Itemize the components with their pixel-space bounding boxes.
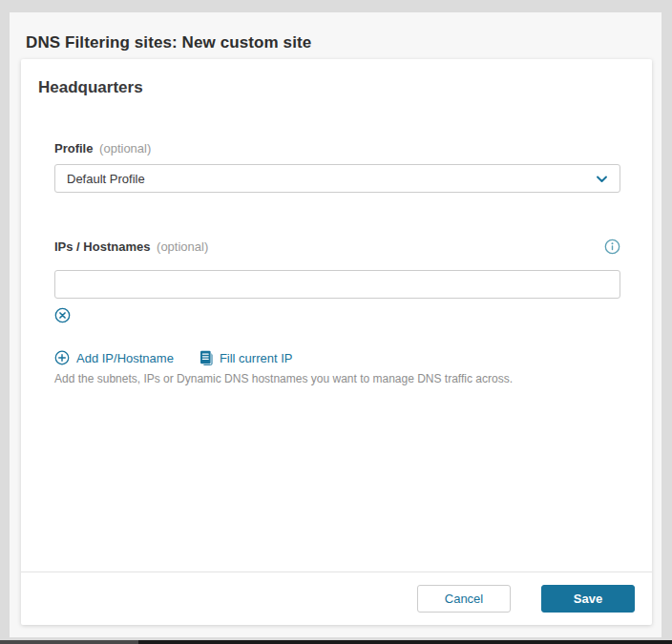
ips-actions-row: Add IP/Hostname Fill current IP (54, 350, 620, 365)
site-name-heading: Headquarters (38, 78, 652, 97)
form-footer: Cancel Save (21, 571, 652, 625)
document-icon (200, 350, 213, 365)
plus-circle-icon (54, 350, 70, 365)
save-button[interactable]: Save (541, 585, 635, 613)
remove-ip-button[interactable] (54, 306, 72, 323)
profile-select[interactable]: Default Profile (54, 164, 620, 193)
ips-optional-text: (optional) (157, 239, 208, 254)
site-form-card: Headquarters Profile (optional) Default … (21, 59, 652, 625)
ip-hostname-input[interactable] (54, 270, 620, 299)
ips-help-text: Add the subnets, IPs or Dynamic DNS host… (54, 372, 620, 385)
profile-field: Profile (optional) Default Profile (54, 141, 620, 193)
ips-label: IPs / Hostnames (optional) (54, 239, 208, 255)
page-title: DNS Filtering sites: New custom site (26, 33, 662, 52)
add-ip-hostname-link[interactable]: Add IP/Hostname (54, 350, 174, 365)
profile-optional-text: (optional) (99, 141, 151, 156)
fill-current-ip-label: Fill current IP (220, 351, 293, 365)
fill-current-ip-link[interactable]: Fill current IP (200, 350, 293, 365)
profile-label-text: Profile (54, 141, 93, 156)
window-bottom-edge-left (0, 640, 138, 644)
x-circle-icon (54, 307, 71, 323)
cancel-button[interactable]: Cancel (417, 585, 511, 613)
info-icon[interactable] (604, 239, 620, 255)
add-ip-hostname-label: Add IP/Hostname (76, 351, 174, 365)
ips-label-text: IPs / Hostnames (54, 239, 150, 254)
profile-label: Profile (optional) (54, 141, 620, 156)
window-bottom-edge-right (138, 640, 672, 644)
site-form: Profile (optional) Default Profile IPs /… (21, 141, 652, 385)
content-area: DNS Filtering sites: New custom site Hea… (10, 12, 662, 637)
chevron-down-icon (596, 173, 608, 185)
ips-hostnames-field: IPs / Hostnames (optional) (54, 239, 620, 385)
ips-label-row: IPs / Hostnames (optional) (54, 239, 620, 255)
profile-select-value: Default Profile (67, 172, 145, 186)
